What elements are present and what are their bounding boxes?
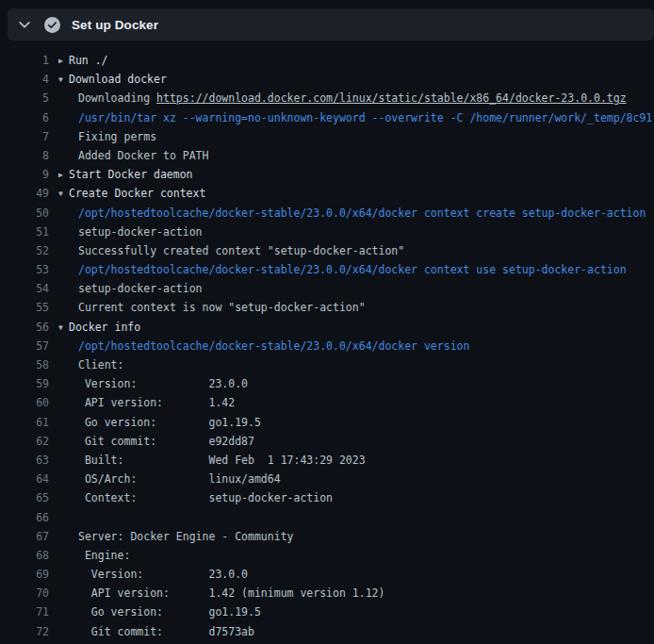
log-group-row[interactable]: 4▼Download docker [0, 70, 654, 89]
log-line: 66 [0, 508, 654, 527]
group-title: Docker info [69, 321, 140, 334]
log-line: 5Downloading https://download.docker.com… [0, 89, 654, 107]
group-title: Start Docker daemon [69, 168, 193, 181]
line-number[interactable]: 56 [0, 318, 49, 337]
log-line-body: ▶Run ./ [58, 51, 108, 70]
log-text: Added Docker to PATH [58, 146, 208, 165]
log-text: Current context is now "setup-docker-act… [58, 298, 366, 317]
triangle-down-icon: ▼ [58, 71, 69, 89]
log-line-body: ▶Start Docker daemon [58, 165, 193, 184]
log-link[interactable]: https://download.docker.com/linux/static… [156, 91, 627, 105]
log-command-text: /usr/bin/tar xz --warning=no-unknown-key… [58, 108, 652, 127]
line-number[interactable]: 68 [0, 546, 49, 565]
log-text: setup-docker-action [58, 279, 203, 298]
line-number[interactable]: 59 [0, 374, 49, 393]
line-number[interactable]: 66 [0, 508, 49, 527]
log-text: Built: Wed Feb 1 17:43:29 2023 [58, 451, 366, 470]
line-number[interactable]: 5 [0, 89, 49, 107]
line-number[interactable]: 53 [0, 260, 49, 279]
log-text: OS/Arch: linux/amd64 [58, 470, 281, 488]
log-text: Go version: go1.19.5 [58, 603, 261, 621]
line-number[interactable]: 70 [0, 584, 49, 603]
line-number[interactable]: 6 [0, 108, 49, 127]
log-line: 68 Engine: [0, 546, 654, 565]
log-line: 54setup-docker-action [0, 279, 654, 298]
line-number[interactable]: 58 [0, 355, 49, 374]
log-text: Context: setup-docker-action [58, 488, 333, 507]
line-number[interactable]: 4 [0, 70, 49, 89]
log-text: Go version: go1.19.5 [58, 413, 261, 432]
log-line: 69 Version: 23.0.0 [0, 565, 654, 584]
group-title: Run ./ [69, 54, 108, 67]
triangle-right-icon: ▶ [58, 52, 69, 70]
line-number[interactable]: 69 [0, 565, 49, 584]
log-text: Git commit: e92dd87 [58, 432, 254, 451]
log-line: 55Current context is now "setup-docker-a… [0, 298, 654, 317]
chevron-down-icon[interactable] [17, 17, 32, 32]
line-number[interactable]: 9 [0, 165, 49, 184]
log-group-row[interactable]: 56▼Docker info [0, 318, 654, 337]
log-text: API version: 1.42 (minimum version 1.12) [58, 584, 384, 603]
line-number[interactable]: 1 [0, 51, 49, 70]
log-text: Version: 23.0.0 [58, 565, 248, 584]
log-text: Client: [58, 355, 123, 374]
log-text: Version: 23.0.0 [58, 374, 248, 393]
log-command-text: /opt/hostedtoolcache/docker-stable/23.0.… [58, 204, 646, 223]
log-line-body: ▼Create Docker context [58, 184, 205, 203]
line-number[interactable]: 55 [0, 298, 49, 317]
line-number[interactable]: 8 [0, 146, 49, 165]
line-number[interactable]: 49 [0, 184, 49, 203]
log-line-body: ▼Docker info [58, 318, 140, 337]
log-line: 57/opt/hostedtoolcache/docker-stable/23.… [0, 337, 654, 355]
log-command-text: /opt/hostedtoolcache/docker-stable/23.0.… [58, 337, 469, 355]
log-group-row[interactable]: 49▼Create Docker context [0, 184, 654, 203]
log-line: 58Client: [0, 355, 654, 374]
log-line: 72 Git commit: d7573ab [0, 622, 654, 641]
group-title: Download docker [69, 73, 167, 86]
log-line: 52Successfully created context "setup-do… [0, 241, 654, 260]
triangle-right-icon: ▶ [58, 166, 69, 184]
log-line: 6/usr/bin/tar xz --warning=no-unknown-ke… [0, 108, 654, 127]
line-number[interactable]: 65 [0, 488, 49, 507]
step-title: Set up Docker [72, 18, 158, 32]
log-text: setup-docker-action [58, 223, 203, 241]
log-line: 63 Built: Wed Feb 1 17:43:29 2023 [0, 451, 654, 470]
line-number[interactable]: 52 [0, 241, 49, 260]
triangle-down-icon: ▼ [58, 185, 69, 203]
log-line: 50/opt/hostedtoolcache/docker-stable/23.… [0, 204, 654, 223]
log-text: Git commit: d7573ab [58, 622, 254, 641]
log-line: 71 Go version: go1.19.5 [0, 603, 654, 621]
log-command-text: /opt/hostedtoolcache/docker-stable/23.0.… [58, 260, 627, 279]
line-number[interactable]: 64 [0, 470, 49, 488]
line-number[interactable]: 57 [0, 337, 49, 355]
log-line: 65 Context: setup-docker-action [0, 488, 654, 507]
log-line: 67Server: Docker Engine - Community [0, 527, 654, 546]
log-text: Successfully created context "setup-dock… [58, 241, 404, 260]
log-group-row[interactable]: 9▶Start Docker daemon [0, 165, 654, 184]
line-number[interactable]: 67 [0, 527, 49, 546]
log-group-row[interactable]: 1▶Run ./ [0, 51, 654, 70]
line-number[interactable]: 54 [0, 279, 49, 298]
line-number[interactable]: 60 [0, 393, 49, 412]
step-header[interactable]: Set up Docker [8, 8, 654, 41]
line-number[interactable]: 61 [0, 413, 49, 432]
log-line: 59 Version: 23.0.0 [0, 374, 654, 393]
log-line: 70 API version: 1.42 (minimum version 1.… [0, 584, 654, 603]
log-text: Downloading [78, 91, 156, 105]
line-number[interactable]: 51 [0, 223, 49, 241]
log-line-body: Downloading https://download.docker.com/… [58, 89, 627, 107]
line-number[interactable]: 62 [0, 432, 49, 451]
log-line: 64 OS/Arch: linux/amd64 [0, 470, 654, 488]
line-number[interactable]: 50 [0, 204, 49, 223]
log-line-body: ▼Download docker [58, 70, 167, 89]
log-line: 61 Go version: go1.19.5 [0, 413, 654, 432]
log-text: API version: 1.42 [58, 393, 235, 412]
line-number[interactable]: 72 [0, 622, 49, 641]
log-line: 60 API version: 1.42 [0, 393, 654, 412]
log-line: 53/opt/hostedtoolcache/docker-stable/23.… [0, 260, 654, 279]
line-number[interactable]: 71 [0, 603, 49, 621]
log-text: Fixing perms [58, 127, 156, 146]
line-number[interactable]: 63 [0, 451, 49, 470]
line-number[interactable]: 7 [0, 127, 49, 146]
log-line: 7Fixing perms [0, 127, 654, 146]
